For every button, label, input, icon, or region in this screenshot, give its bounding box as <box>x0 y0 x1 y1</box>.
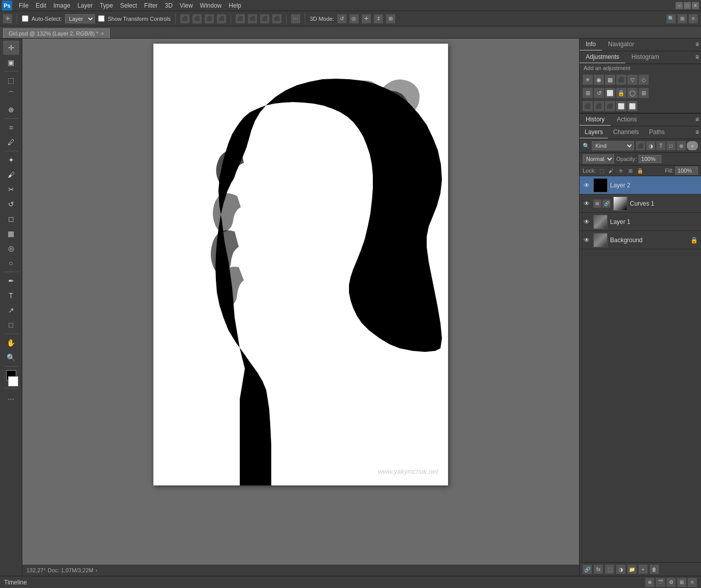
curves-chain-icon[interactable]: 🔗 <box>602 200 611 208</box>
blur-tool-btn[interactable]: ◎ <box>3 241 19 255</box>
curves-mask-chain-icon[interactable]: ⊞ <box>593 200 601 208</box>
layers-panel-menu-icon[interactable]: ≡ <box>693 126 701 139</box>
menu-help[interactable]: Help <box>225 1 245 10</box>
layer-new-icon[interactable]: + <box>639 565 648 574</box>
info-tab[interactable]: Info <box>580 39 602 51</box>
layer-mask-icon[interactable]: ⬚ <box>605 565 614 574</box>
histogram-tab[interactable]: Histogram <box>625 51 665 63</box>
filter-toggle[interactable]: ● <box>687 141 698 150</box>
history-panel-menu-icon[interactable]: ≡ <box>693 114 701 126</box>
filter-adj-icon[interactable]: ◑ <box>646 141 655 150</box>
distribute-vert-icon[interactable]: ⬛ <box>272 14 281 23</box>
lock-artboard-icon[interactable]: ⊞ <box>626 167 634 175</box>
clone-stamp-btn[interactable]: ✂ <box>3 182 19 197</box>
scale-3d-icon[interactable]: ⊞ <box>386 14 395 23</box>
zoom-tool-btn[interactable]: 🔍 <box>3 350 19 365</box>
align-center-icon[interactable]: ⬛ <box>193 14 202 23</box>
distribute-btm-icon[interactable]: ⬛ <box>260 14 269 23</box>
layer-row-curves1[interactable]: 👁 ⊞ 🔗 Curves 1 <box>580 194 701 213</box>
slide-3d-icon[interactable]: ⇕ <box>374 14 383 23</box>
color-lookup-icon[interactable]: ◯ <box>627 88 638 98</box>
layer-filter-kind[interactable]: Kind <box>592 141 634 150</box>
adj-panel-menu-icon[interactable]: ≡ <box>693 51 701 63</box>
hand-tool-btn[interactable]: ✋ <box>3 336 19 350</box>
healing-brush-btn[interactable]: ✦ <box>3 153 19 167</box>
layer-group-icon[interactable]: 📁 <box>627 565 636 574</box>
hue-sat-icon[interactable]: ◇ <box>639 75 649 85</box>
layer1-visibility-eye[interactable]: 👁 <box>583 218 591 226</box>
paths-tab[interactable]: Paths <box>644 126 670 139</box>
pen-tool-btn[interactable]: ✒ <box>3 274 19 288</box>
menu-view[interactable]: View <box>176 1 197 10</box>
navigator-tab[interactable]: Navigator <box>602 39 640 51</box>
photo-filter-icon[interactable]: ⬜ <box>605 88 615 98</box>
brightness-icon[interactable]: ☀ <box>583 75 593 85</box>
distribute-mid-icon[interactable]: ⬛ <box>248 14 257 23</box>
posterize-icon[interactable]: ⬛ <box>583 101 593 111</box>
background-color[interactable] <box>8 376 18 386</box>
layers-tab[interactable]: Layers <box>580 126 608 139</box>
timeline-menu-icon[interactable]: ≡ <box>688 578 697 587</box>
search-button[interactable]: 🔍 <box>666 14 676 23</box>
filter-shape-icon[interactable]: □ <box>666 141 676 150</box>
layer-delete-icon[interactable]: 🗑 <box>650 565 659 574</box>
filter-smart-icon[interactable]: ⊕ <box>677 141 686 150</box>
crop-tool-btn[interactable]: ⌗ <box>3 120 19 135</box>
curves-icon[interactable]: ◉ <box>594 75 604 85</box>
menu-image[interactable]: Image <box>50 1 74 10</box>
more-options-icon[interactable]: ⋯ <box>291 14 300 23</box>
menu-filter[interactable]: Filter <box>141 1 162 10</box>
opacity-input[interactable] <box>639 155 661 163</box>
timeline-settings-icon[interactable]: ⚙ <box>666 578 676 587</box>
dodge-tool-btn[interactable]: ○ <box>3 256 19 270</box>
auto-select-dropdown[interactable]: Layer Group <box>65 14 95 23</box>
menu-window[interactable]: Window <box>197 1 226 10</box>
artboard-tool-btn[interactable]: ▣ <box>3 55 19 70</box>
doc-info-arrow[interactable]: › <box>95 567 98 573</box>
menu-3d[interactable]: 3D <box>161 1 176 10</box>
align-vert-icon[interactable]: ⬛ <box>217 14 226 23</box>
invert-icon[interactable]: ⊞ <box>639 88 649 98</box>
timeline-video-icon[interactable]: 🎬 <box>656 578 665 587</box>
channel-mix-icon[interactable]: 🔒 <box>616 88 626 98</box>
layer2-visibility-eye[interactable]: 👁 <box>583 181 591 189</box>
blend-mode-select[interactable]: Normal <box>583 154 614 164</box>
panel-menu-icon[interactable]: ≡ <box>693 39 701 51</box>
menu-type[interactable]: Type <box>96 1 116 10</box>
layer-adj-icon[interactable]: ◑ <box>616 565 625 574</box>
rotate-3d-icon[interactable]: ↺ <box>337 14 346 23</box>
workspace-icon[interactable]: ⊞ <box>678 14 687 23</box>
move-tool-icon[interactable]: ✛ <box>3 14 12 23</box>
path-selection-btn[interactable]: ↗ <box>3 303 19 317</box>
auto-select-checkbox[interactable] <box>22 15 28 22</box>
color-swatches[interactable] <box>4 370 18 386</box>
gradient-map-icon[interactable]: ⬜ <box>616 101 626 111</box>
levels-icon[interactable]: ▦ <box>605 75 615 85</box>
layer-row-layer1[interactable]: 👁 Layer 1 <box>580 213 701 231</box>
timeline-grid-icon[interactable]: ⊞ <box>677 578 686 587</box>
magic-wand-btn[interactable]: ⊕ <box>3 103 19 117</box>
shape-tool-btn[interactable]: □ <box>3 318 19 332</box>
layer-row-background[interactable]: 👁 Background 🔒 <box>580 231 701 249</box>
lock-all-icon[interactable]: 🔒 <box>636 167 644 175</box>
orbit-3d-icon[interactable]: ◎ <box>349 14 359 23</box>
filter-pixel-icon[interactable]: ⬛ <box>636 141 645 150</box>
vibrance-icon[interactable]: ▽ <box>627 75 638 85</box>
marquee-tool-btn[interactable]: ⬚ <box>3 73 19 87</box>
actions-tab[interactable]: Actions <box>611 114 643 126</box>
eraser-tool-btn[interactable]: ◻ <box>3 212 19 226</box>
bw-icon[interactable]: ↺ <box>594 88 604 98</box>
threshold-icon[interactable]: ⬛ <box>594 101 604 111</box>
distribute-top-icon[interactable]: ⬛ <box>236 14 245 23</box>
document-tab[interactable]: Girl.psd @ 132% (Layer 2, RGB/8) * × <box>3 28 110 38</box>
menu-select[interactable]: Select <box>116 1 140 10</box>
move-tool-btn[interactable]: ✛ <box>3 41 19 55</box>
brush-tool-btn[interactable]: 🖌 <box>3 168 19 182</box>
adjustments-tab[interactable]: Adjustments <box>580 51 625 63</box>
lock-image-icon[interactable]: 🖌 <box>607 167 615 175</box>
layer-link-icon[interactable]: 🔗 <box>583 565 592 574</box>
menu-edit[interactable]: Edit <box>32 1 50 10</box>
exposure-icon[interactable]: ⬛ <box>616 75 626 85</box>
gradient-tool-btn[interactable]: ▦ <box>3 226 19 241</box>
filter-type-icon[interactable]: T <box>656 141 665 150</box>
